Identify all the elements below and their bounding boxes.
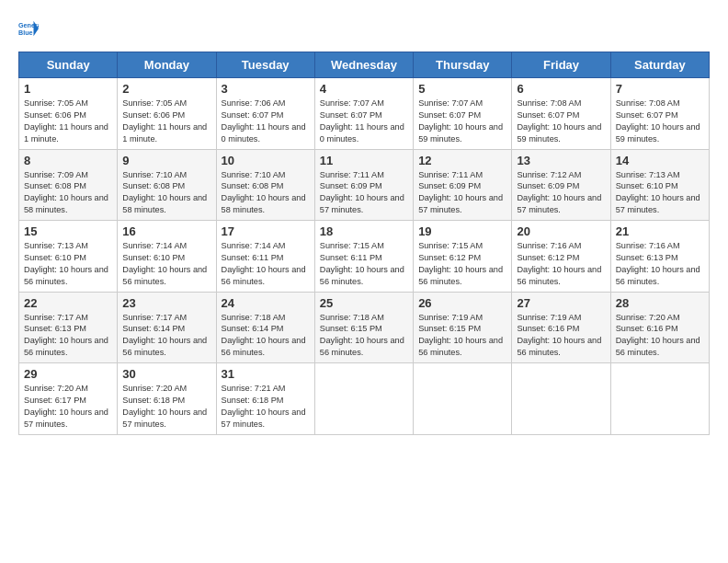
cell-content: Sunrise: 7:20 AMSunset: 6:17 PMDaylight:… (24, 383, 112, 431)
calendar-cell: 21 Sunrise: 7:16 AMSunset: 6:13 PMDaylig… (610, 221, 709, 293)
logo-text: General Blue (18, 18, 39, 42)
day-number: 25 (320, 296, 408, 310)
day-number: 7 (616, 82, 704, 96)
day-number: 14 (616, 154, 704, 167)
day-header-thursday: Thursday (414, 52, 512, 78)
calendar-cell: 14 Sunrise: 7:13 AMSunset: 6:10 PMDaylig… (610, 149, 709, 221)
calendar-cell: 5 Sunrise: 7:07 AMSunset: 6:07 PMDayligh… (414, 78, 512, 150)
cell-content: Sunrise: 7:13 AMSunset: 6:10 PMDaylight:… (24, 240, 112, 288)
cell-content: Sunrise: 7:13 AMSunset: 6:10 PMDaylight:… (616, 169, 704, 217)
cell-content: Sunrise: 7:19 AMSunset: 6:15 PMDaylight:… (418, 312, 506, 360)
day-number: 24 (222, 296, 310, 310)
day-number: 13 (517, 154, 605, 167)
day-number: 23 (122, 296, 210, 310)
day-number: 8 (24, 154, 112, 167)
calendar-cell: 3 Sunrise: 7:06 AMSunset: 6:07 PMDayligh… (216, 78, 314, 150)
calendar-cell: 26 Sunrise: 7:19 AMSunset: 6:15 PMDaylig… (414, 292, 512, 363)
header: General Blue (18, 18, 710, 42)
day-number: 28 (616, 296, 704, 310)
calendar-cell: 8 Sunrise: 7:09 AMSunset: 6:08 PMDayligh… (19, 149, 118, 221)
calendar-cell: 31 Sunrise: 7:21 AMSunset: 6:18 PMDaylig… (216, 363, 314, 435)
cell-content: Sunrise: 7:08 AMSunset: 6:07 PMDaylight:… (517, 98, 605, 145)
calendar-cell (314, 363, 413, 435)
calendar-cell: 27 Sunrise: 7:19 AMSunset: 6:16 PMDaylig… (512, 292, 610, 363)
cell-content: Sunrise: 7:10 AMSunset: 6:08 PMDaylight:… (222, 169, 310, 217)
cell-content: Sunrise: 7:19 AMSunset: 6:16 PMDaylight:… (517, 312, 605, 360)
day-number: 26 (418, 296, 506, 310)
cell-content: Sunrise: 7:16 AMSunset: 6:13 PMDaylight:… (616, 240, 704, 288)
day-header-tuesday: Tuesday (216, 52, 314, 78)
day-number: 31 (222, 367, 310, 381)
calendar-cell (414, 363, 512, 435)
day-header-sunday: Sunday (19, 52, 118, 78)
cell-content: Sunrise: 7:07 AMSunset: 6:07 PMDaylight:… (320, 98, 408, 145)
day-number: 3 (222, 82, 310, 96)
day-number: 11 (320, 154, 408, 167)
cell-content: Sunrise: 7:08 AMSunset: 6:07 PMDaylight:… (616, 98, 704, 145)
cell-content: Sunrise: 7:09 AMSunset: 6:08 PMDaylight:… (24, 169, 112, 217)
day-number: 29 (24, 367, 112, 381)
calendar: SundayMondayTuesdayWednesdayThursdayFrid… (18, 52, 710, 435)
cell-content: Sunrise: 7:05 AMSunset: 6:06 PMDaylight:… (24, 98, 112, 145)
day-number: 16 (122, 224, 210, 238)
cell-content: Sunrise: 7:10 AMSunset: 6:08 PMDaylight:… (122, 169, 210, 217)
calendar-cell: 22 Sunrise: 7:17 AMSunset: 6:13 PMDaylig… (19, 292, 118, 363)
cell-content: Sunrise: 7:15 AMSunset: 6:11 PMDaylight:… (320, 240, 408, 288)
cell-content: Sunrise: 7:18 AMSunset: 6:15 PMDaylight:… (320, 312, 408, 360)
cell-content: Sunrise: 7:20 AMSunset: 6:16 PMDaylight:… (616, 312, 704, 360)
day-number: 20 (517, 224, 605, 238)
day-number: 10 (222, 154, 310, 167)
calendar-cell: 13 Sunrise: 7:12 AMSunset: 6:09 PMDaylig… (512, 149, 610, 221)
day-header-saturday: Saturday (610, 52, 709, 78)
day-number: 17 (222, 224, 310, 238)
calendar-cell: 19 Sunrise: 7:15 AMSunset: 6:12 PMDaylig… (414, 221, 512, 293)
day-number: 18 (320, 224, 408, 238)
calendar-cell: 7 Sunrise: 7:08 AMSunset: 6:07 PMDayligh… (610, 78, 709, 150)
calendar-cell (610, 363, 709, 435)
calendar-cell: 9 Sunrise: 7:10 AMSunset: 6:08 PMDayligh… (118, 149, 216, 221)
day-number: 2 (122, 82, 210, 96)
calendar-cell: 6 Sunrise: 7:08 AMSunset: 6:07 PMDayligh… (512, 78, 610, 150)
calendar-cell: 15 Sunrise: 7:13 AMSunset: 6:10 PMDaylig… (19, 221, 118, 293)
day-number: 27 (517, 296, 605, 310)
calendar-cell: 28 Sunrise: 7:20 AMSunset: 6:16 PMDaylig… (610, 292, 709, 363)
cell-content: Sunrise: 7:17 AMSunset: 6:13 PMDaylight:… (24, 312, 112, 360)
calendar-cell: 29 Sunrise: 7:20 AMSunset: 6:17 PMDaylig… (19, 363, 118, 435)
calendar-cell: 16 Sunrise: 7:14 AMSunset: 6:10 PMDaylig… (118, 221, 216, 293)
cell-content: Sunrise: 7:14 AMSunset: 6:11 PMDaylight:… (222, 240, 310, 288)
day-number: 22 (24, 296, 112, 310)
svg-text:Blue: Blue (18, 29, 33, 37)
day-number: 6 (517, 82, 605, 96)
cell-content: Sunrise: 7:20 AMSunset: 6:18 PMDaylight:… (122, 383, 210, 431)
day-number: 15 (24, 224, 112, 238)
day-header-monday: Monday (118, 52, 216, 78)
day-number: 30 (122, 367, 210, 381)
calendar-cell: 12 Sunrise: 7:11 AMSunset: 6:09 PMDaylig… (414, 149, 512, 221)
day-number: 19 (418, 224, 506, 238)
cell-content: Sunrise: 7:21 AMSunset: 6:18 PMDaylight:… (222, 383, 310, 431)
calendar-cell: 20 Sunrise: 7:16 AMSunset: 6:12 PMDaylig… (512, 221, 610, 293)
calendar-cell: 2 Sunrise: 7:05 AMSunset: 6:06 PMDayligh… (118, 78, 216, 150)
day-number: 21 (616, 224, 704, 238)
calendar-cell: 23 Sunrise: 7:17 AMSunset: 6:14 PMDaylig… (118, 292, 216, 363)
cell-content: Sunrise: 7:06 AMSunset: 6:07 PMDaylight:… (222, 98, 310, 145)
calendar-cell: 4 Sunrise: 7:07 AMSunset: 6:07 PMDayligh… (314, 78, 413, 150)
cell-content: Sunrise: 7:12 AMSunset: 6:09 PMDaylight:… (517, 169, 605, 217)
day-number: 12 (418, 154, 506, 167)
cell-content: Sunrise: 7:16 AMSunset: 6:12 PMDaylight:… (517, 240, 605, 288)
calendar-cell: 10 Sunrise: 7:10 AMSunset: 6:08 PMDaylig… (216, 149, 314, 221)
calendar-cell: 17 Sunrise: 7:14 AMSunset: 6:11 PMDaylig… (216, 221, 314, 293)
day-header-friday: Friday (512, 52, 610, 78)
calendar-cell: 11 Sunrise: 7:11 AMSunset: 6:09 PMDaylig… (314, 149, 413, 221)
calendar-cell: 24 Sunrise: 7:18 AMSunset: 6:14 PMDaylig… (216, 292, 314, 363)
cell-content: Sunrise: 7:07 AMSunset: 6:07 PMDaylight:… (418, 98, 506, 145)
cell-content: Sunrise: 7:11 AMSunset: 6:09 PMDaylight:… (418, 169, 506, 217)
calendar-cell (512, 363, 610, 435)
day-number: 5 (418, 82, 506, 96)
cell-content: Sunrise: 7:14 AMSunset: 6:10 PMDaylight:… (122, 240, 210, 288)
calendar-cell: 30 Sunrise: 7:20 AMSunset: 6:18 PMDaylig… (118, 363, 216, 435)
calendar-cell: 1 Sunrise: 7:05 AMSunset: 6:06 PMDayligh… (19, 78, 118, 150)
logo: General Blue (18, 18, 39, 42)
cell-content: Sunrise: 7:17 AMSunset: 6:14 PMDaylight:… (122, 312, 210, 360)
day-number: 1 (24, 82, 112, 96)
